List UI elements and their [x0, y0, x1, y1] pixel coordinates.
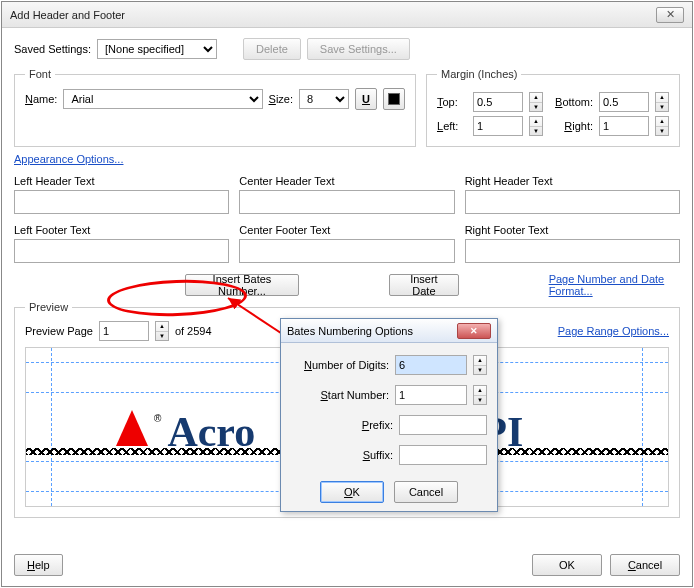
- spinner-icon[interactable]: ▲▼: [155, 321, 169, 341]
- font-legend: Font: [25, 68, 55, 80]
- insert-bates-number-button[interactable]: Insert Bates Number...: [185, 274, 299, 296]
- page-number-date-format-link[interactable]: Page Number and Date Format...: [549, 273, 680, 297]
- spinner-icon[interactable]: ▲▼: [529, 116, 543, 136]
- modal-close-icon[interactable]: ✕: [457, 323, 491, 339]
- saved-settings-select[interactable]: [None specified]: [97, 39, 217, 59]
- margin-right-input[interactable]: [599, 116, 649, 136]
- right-header-input[interactable]: [465, 190, 680, 214]
- center-header-input[interactable]: [239, 190, 454, 214]
- modal-cancel-button[interactable]: Cancel: [394, 481, 458, 503]
- modal-title: Bates Numbering Options: [287, 325, 413, 337]
- margin-right-label: Right:: [549, 120, 593, 132]
- center-header-label: Center Header Text: [239, 175, 454, 187]
- left-header-input[interactable]: [14, 190, 229, 214]
- digits-label: Number of Digits:: [294, 359, 389, 371]
- margin-group: Margin (Inches) Top: ▲▼ Bottom: ▲▼ Left:…: [426, 68, 680, 147]
- center-footer-input[interactable]: [239, 239, 454, 263]
- font-size-label: Size:: [269, 93, 293, 105]
- insert-date-button[interactable]: Insert Date: [389, 274, 458, 296]
- appearance-options-link[interactable]: Appearance Options...: [14, 153, 123, 165]
- help-button[interactable]: Help: [14, 554, 63, 576]
- underline-button[interactable]: U: [355, 88, 377, 110]
- right-header-label: Right Header Text: [465, 175, 680, 187]
- preview-page-input[interactable]: [99, 321, 149, 341]
- spinner-icon[interactable]: ▲▼: [473, 355, 487, 375]
- dialog-add-header-footer: Add Header and Footer ✕ Saved Settings: …: [1, 1, 693, 587]
- margin-left-input[interactable]: [473, 116, 523, 136]
- margin-legend: Margin (Inches): [437, 68, 521, 80]
- suffix-input[interactable]: [399, 445, 487, 465]
- spinner-icon[interactable]: ▲▼: [473, 385, 487, 405]
- font-color-button[interactable]: [383, 88, 405, 110]
- color-swatch-icon: [388, 93, 400, 105]
- left-footer-input[interactable]: [14, 239, 229, 263]
- save-settings-button: Save Settings...: [307, 38, 410, 60]
- margin-bottom-label: Bottom:: [549, 96, 593, 108]
- delete-button: Delete: [243, 38, 301, 60]
- prefix-label: Prefix:: [298, 419, 393, 431]
- digits-input[interactable]: [395, 355, 467, 375]
- font-name-select[interactable]: Arial: [63, 89, 262, 109]
- start-number-label: Start Number:: [294, 389, 389, 401]
- close-icon[interactable]: ✕: [656, 7, 684, 23]
- prefix-input[interactable]: [399, 415, 487, 435]
- modal-ok-button[interactable]: OK: [320, 481, 384, 503]
- font-group: Font Name: Arial Size: 8 U: [14, 68, 416, 147]
- adobe-logo-icon: [116, 410, 148, 446]
- titlebar[interactable]: Add Header and Footer ✕: [2, 2, 692, 28]
- center-footer-label: Center Footer Text: [239, 224, 454, 236]
- saved-settings-label: Saved Settings:: [14, 43, 91, 55]
- ok-button[interactable]: OK: [532, 554, 602, 576]
- cancel-button[interactable]: Cancel: [610, 554, 680, 576]
- start-number-input[interactable]: [395, 385, 467, 405]
- margin-bottom-input[interactable]: [599, 92, 649, 112]
- margin-top-label: Top:: [437, 96, 467, 108]
- right-footer-label: Right Footer Text: [465, 224, 680, 236]
- spinner-icon[interactable]: ▲▼: [529, 92, 543, 112]
- margin-top-input[interactable]: [473, 92, 523, 112]
- bates-numbering-options-dialog: Bates Numbering Options ✕ Number of Digi…: [280, 318, 498, 512]
- suffix-label: Suffix:: [298, 449, 393, 461]
- font-name-label: Name:: [25, 93, 57, 105]
- left-footer-label: Left Footer Text: [14, 224, 229, 236]
- spinner-icon[interactable]: ▲▼: [655, 116, 669, 136]
- window-title: Add Header and Footer: [10, 9, 125, 21]
- modal-titlebar[interactable]: Bates Numbering Options ✕: [281, 319, 497, 343]
- left-header-label: Left Header Text: [14, 175, 229, 187]
- page-range-options-link[interactable]: Page Range Options...: [558, 325, 669, 337]
- preview-legend: Preview: [25, 301, 72, 313]
- preview-page-label: Preview Page: [25, 325, 93, 337]
- right-footer-input[interactable]: [465, 239, 680, 263]
- spinner-icon[interactable]: ▲▼: [655, 92, 669, 112]
- preview-total: of 2594: [175, 325, 212, 337]
- header-footer-grid: Left Header Text Center Header Text Righ…: [14, 175, 680, 263]
- font-size-select[interactable]: 8: [299, 89, 349, 109]
- margin-left-label: Left:: [437, 120, 467, 132]
